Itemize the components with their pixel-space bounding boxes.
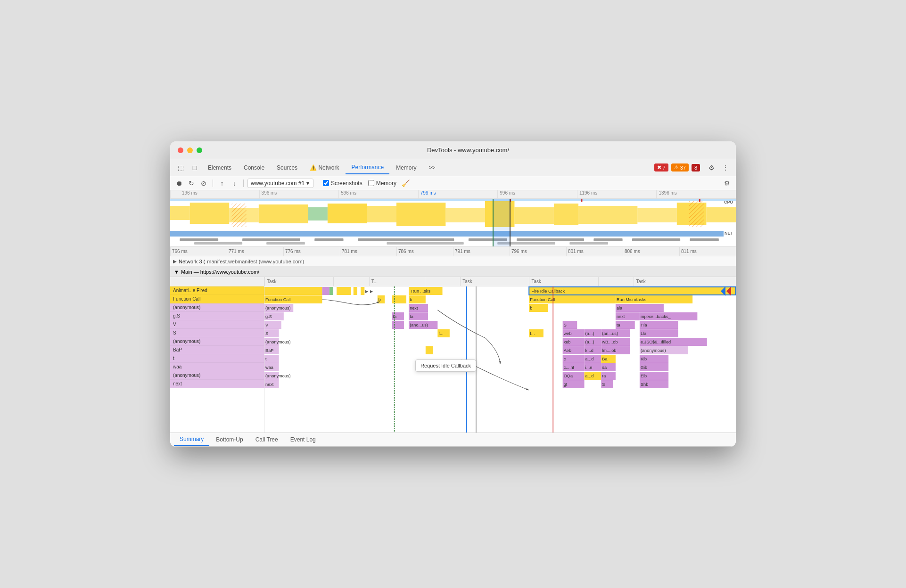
ruler-mark-3: 596 ms bbox=[338, 190, 418, 198]
svg-text:Hla: Hla bbox=[641, 323, 648, 327]
url-selector[interactable]: www.youtube.com #1 ▾ bbox=[247, 179, 313, 188]
zm-4: 781 ms bbox=[340, 247, 396, 256]
svg-text:f...: f... bbox=[438, 331, 443, 336]
zm-7: 796 ms bbox=[510, 247, 566, 256]
tab-memory[interactable]: Memory bbox=[390, 161, 422, 174]
cursor-icon[interactable]: ⬚ bbox=[174, 161, 187, 174]
main-section-header[interactable]: ▼ Main — https://www.youtube.com/ bbox=[170, 267, 736, 277]
info-badge: 8 bbox=[692, 164, 700, 172]
svg-text:i...e: i...e bbox=[585, 365, 593, 370]
tab-sources[interactable]: Sources bbox=[271, 161, 303, 174]
zm-3: 776 ms bbox=[283, 247, 340, 256]
tab-console[interactable]: Console bbox=[238, 161, 270, 174]
playhead-marker bbox=[510, 199, 511, 247]
row-label-6: (anonymous) bbox=[170, 337, 264, 346]
tab-elements[interactable]: Elements bbox=[202, 161, 237, 174]
devtools-window: DevTools - www.youtube.com/ ⬚ □ Elements… bbox=[170, 141, 736, 447]
ruler-mark-4: 796 ms bbox=[418, 190, 498, 198]
network-requests-mini bbox=[170, 237, 724, 246]
svg-text:Gib: Gib bbox=[641, 365, 647, 370]
main-collapse-icon[interactable]: ▼ bbox=[174, 269, 179, 275]
col-task-4: Task bbox=[634, 277, 736, 286]
record-button[interactable]: ⏺ bbox=[174, 178, 184, 188]
svg-text:c....nt: c....nt bbox=[564, 365, 575, 370]
col-task-3: Task bbox=[529, 277, 598, 286]
tab-more[interactable]: >> bbox=[423, 161, 441, 174]
tab-call-tree[interactable]: Call Tree bbox=[250, 433, 284, 446]
svg-rect-7 bbox=[396, 203, 445, 226]
settings-icon[interactable]: ⚙ bbox=[705, 161, 718, 174]
svg-text:(anonymous): (anonymous) bbox=[265, 306, 291, 310]
error-badge: ✖ 7 bbox=[654, 163, 668, 172]
minimize-button[interactable] bbox=[187, 147, 193, 153]
close-button[interactable] bbox=[178, 147, 183, 153]
flame-chart-area[interactable]: Task T... Task Task Task Animati...e Fir… bbox=[170, 277, 736, 433]
row-label-2: (anonymous) bbox=[170, 303, 264, 312]
svg-text:Shb: Shb bbox=[641, 382, 648, 387]
zm-1: 766 ms bbox=[170, 247, 227, 256]
cpu-net-tracks[interactable]: CPU NET bbox=[170, 199, 736, 247]
svg-text:c: c bbox=[564, 357, 566, 361]
screenshots-checkbox[interactable] bbox=[323, 180, 329, 186]
svg-text:Eib: Eib bbox=[641, 374, 647, 378]
memory-checkbox-label[interactable]: Memory bbox=[368, 180, 396, 187]
divider-1 bbox=[213, 180, 213, 187]
svg-text:BaP: BaP bbox=[265, 348, 273, 353]
more-icon[interactable]: ⋮ bbox=[719, 161, 732, 174]
svg-rect-33 bbox=[266, 242, 305, 245]
svg-rect-126 bbox=[563, 355, 585, 363]
svg-text:mj.exe...backs_: mj.exe...backs_ bbox=[641, 314, 671, 319]
svg-text:lm....ob: lm....ob bbox=[602, 348, 616, 353]
row-label-1: Function Call bbox=[170, 295, 264, 303]
svg-rect-8 bbox=[445, 208, 485, 222]
svg-rect-29 bbox=[593, 238, 622, 241]
svg-rect-41 bbox=[354, 287, 357, 295]
upload-button[interactable]: ↑ bbox=[217, 178, 227, 188]
network-expand-icon[interactable]: ▶ bbox=[173, 259, 177, 264]
timeline-ruler: 196 ms 396 ms 596 ms 796 ms 996 ms 1196 … bbox=[170, 190, 736, 199]
ruler-mark-5: 996 ms bbox=[497, 190, 577, 198]
tab-network[interactable]: ⚠️ Network bbox=[304, 161, 345, 174]
memory-checkbox[interactable] bbox=[368, 180, 374, 186]
screenshots-checkbox-label[interactable]: Screenshots bbox=[323, 180, 362, 187]
svg-text:a...d: a...d bbox=[585, 374, 594, 378]
titlebar: DevTools - www.youtube.com/ bbox=[170, 141, 736, 159]
col-spacer-1 bbox=[333, 277, 369, 286]
tab-bottom-up[interactable]: Bottom-Up bbox=[210, 433, 248, 446]
svg-text:S: S bbox=[265, 331, 268, 336]
svg-text:Function Call: Function Call bbox=[530, 297, 555, 302]
svg-rect-31 bbox=[690, 238, 719, 241]
svg-rect-24 bbox=[242, 238, 300, 241]
error-icon: ✖ bbox=[657, 164, 661, 171]
svg-rect-4 bbox=[308, 207, 328, 220]
maximize-button[interactable] bbox=[197, 147, 202, 153]
flame-data[interactable]: Run ...sks ▶ ▶ Fire Idle Callback Functi… bbox=[264, 286, 736, 433]
svg-text:a...d: a...d bbox=[585, 357, 594, 361]
tab-event-log[interactable]: Event Log bbox=[285, 433, 321, 446]
tab-performance[interactable]: Performance bbox=[346, 161, 389, 174]
reload-record-button[interactable]: ↻ bbox=[186, 178, 197, 188]
bottom-tabs: Summary Bottom-Up Call Tree Event Log bbox=[170, 433, 736, 447]
selection-end-marker bbox=[726, 286, 731, 296]
broom-button[interactable]: 🧹 bbox=[400, 178, 411, 188]
svg-text:V: V bbox=[265, 323, 269, 327]
toolbar-settings-button[interactable]: ⚙ bbox=[722, 178, 732, 188]
selection-start-indicator bbox=[721, 286, 725, 296]
network-section-row[interactable]: ▶ Network 3 ( manifest.webmanifest (www.… bbox=[170, 256, 736, 267]
performance-timeline[interactable]: 196 ms 396 ms 596 ms 796 ms 996 ms 1196 … bbox=[170, 190, 736, 247]
zm-2: 771 ms bbox=[227, 247, 283, 256]
svg-rect-34 bbox=[387, 242, 463, 245]
svg-rect-22 bbox=[699, 199, 700, 202]
download-button[interactable]: ↓ bbox=[229, 178, 239, 188]
tab-summary[interactable]: Summary bbox=[174, 433, 209, 446]
network-warning-icon: ⚠️ bbox=[310, 164, 318, 171]
svg-text:e.JSC$6...Ifilled: e.JSC$6...Ifilled bbox=[641, 340, 671, 344]
svg-rect-39 bbox=[329, 287, 333, 295]
inspect-icon[interactable]: □ bbox=[188, 161, 201, 174]
svg-rect-0 bbox=[170, 206, 190, 220]
svg-text:f...: f... bbox=[530, 331, 535, 336]
svg-text:S: S bbox=[564, 323, 567, 327]
ruler-mark-2: 396 ms bbox=[259, 190, 339, 198]
clear-button[interactable]: ⊘ bbox=[198, 178, 209, 188]
zoomed-ruler: 766 ms 771 ms 776 ms 781 ms 786 ms 791 m… bbox=[170, 247, 736, 256]
